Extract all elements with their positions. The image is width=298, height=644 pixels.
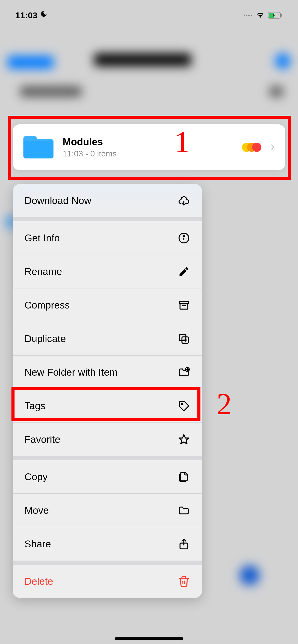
menu-compress[interactable]: Compress <box>13 288 202 322</box>
archive-icon <box>178 299 190 312</box>
cellular-dots-icon: •••• <box>243 12 253 18</box>
home-indicator[interactable] <box>115 637 183 640</box>
menu-move[interactable]: Move <box>13 494 202 527</box>
menu-item-label: Tags <box>24 400 45 412</box>
svg-point-16 <box>181 403 183 405</box>
menu-item-label: Compress <box>24 300 70 311</box>
cloud-download-icon <box>178 194 190 207</box>
menu-item-label: Share <box>24 538 51 550</box>
menu-item-label: Download Now <box>24 195 91 206</box>
star-icon <box>178 433 190 446</box>
menu-item-label: Duplicate <box>24 333 66 344</box>
menu-new-folder-with-item[interactable]: New Folder with Item <box>13 356 202 389</box>
menu-delete[interactable]: Delete <box>13 565 202 598</box>
annotation-label-2: 2 <box>216 387 232 422</box>
svg-rect-2 <box>281 14 282 17</box>
info-icon <box>178 232 190 244</box>
folder-meta: 11:03 - 0 items <box>63 149 242 158</box>
trash-icon <box>178 575 190 588</box>
menu-share[interactable]: Share <box>13 527 202 561</box>
duplicate-icon <box>178 332 190 345</box>
share-icon <box>178 538 190 550</box>
status-time: 11:03 <box>15 10 37 20</box>
menu-item-label: Move <box>24 505 49 516</box>
annotation-label-1: 1 <box>174 125 190 160</box>
svg-rect-7 <box>180 304 188 309</box>
folder-name: Modules <box>63 136 242 148</box>
menu-item-label: Delete <box>24 576 53 587</box>
menu-item-label: Rename <box>24 266 62 277</box>
menu-duplicate[interactable]: Duplicate <box>13 322 202 355</box>
battery-charging-icon <box>268 11 283 19</box>
context-menu: Download Now Get Info Rename Compress Du… <box>13 184 202 598</box>
do-not-disturb-icon <box>40 10 48 20</box>
menu-download-now[interactable]: Download Now <box>13 184 202 217</box>
menu-favorite[interactable]: Favorite <box>13 423 202 456</box>
folder-icon <box>22 134 55 161</box>
pencil-icon <box>178 265 190 278</box>
menu-item-label: Get Info <box>24 232 60 244</box>
chevron-right-icon <box>269 142 276 153</box>
menu-item-label: New Folder with Item <box>24 367 118 378</box>
new-folder-icon <box>178 366 190 379</box>
tag-icon <box>178 400 190 412</box>
menu-tags[interactable]: Tags <box>13 389 202 422</box>
menu-copy[interactable]: Copy <box>13 460 202 493</box>
folder-move-icon <box>178 504 190 517</box>
menu-item-label: Copy <box>24 471 48 482</box>
menu-rename[interactable]: Rename <box>13 255 202 288</box>
status-bar: 11:03 •••• <box>0 0 298 31</box>
folder-preview-card[interactable]: Modules 11:03 - 0 items <box>13 124 285 170</box>
menu-get-info[interactable]: Get Info <box>13 221 202 255</box>
copy-document-icon <box>178 471 190 483</box>
wifi-icon <box>256 10 265 20</box>
tag-indicator <box>242 143 261 152</box>
menu-item-label: Favorite <box>24 434 60 445</box>
svg-point-5 <box>183 236 184 237</box>
